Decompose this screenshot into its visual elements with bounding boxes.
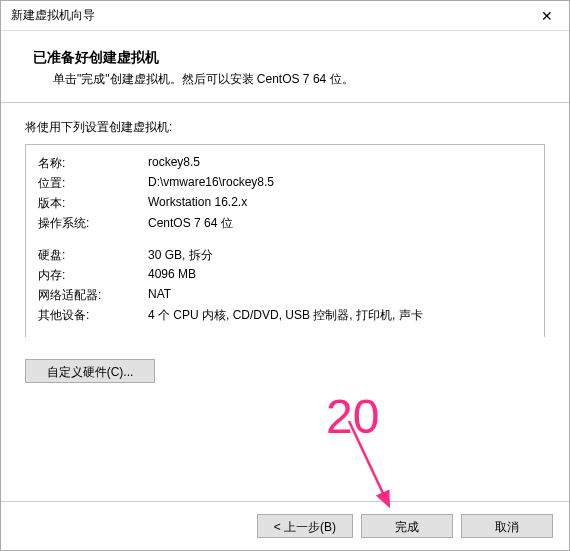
svg-line-1	[349, 421, 389, 506]
settings-summary: 名称: rockey8.5 位置: D:\vmware16\rockey8.5 …	[25, 144, 545, 337]
page-subtitle: 单击"完成"创建虚拟机。然后可以安装 CentOS 7 64 位。	[33, 71, 537, 88]
content-area: 将使用下列设置创建虚拟机: 名称: rockey8.5 位置: D:\vmwar…	[1, 103, 569, 399]
setting-val: NAT	[148, 287, 532, 304]
setting-row-version: 版本: Workstation 16.2.x	[38, 195, 532, 212]
titlebar: 新建虚拟机向导 ✕	[1, 1, 569, 31]
setting-row-os: 操作系统: CentOS 7 64 位	[38, 215, 532, 232]
setting-row-other: 其他设备: 4 个 CPU 内核, CD/DVD, USB 控制器, 打印机, …	[38, 307, 532, 324]
setting-key: 网络适配器:	[38, 287, 148, 304]
page-title: 已准备好创建虚拟机	[33, 49, 537, 67]
setting-val: rockey8.5	[148, 155, 532, 172]
wizard-footer: < 上一步(B) 完成 取消	[1, 501, 569, 550]
setting-key: 内存:	[38, 267, 148, 284]
setting-row-location: 位置: D:\vmware16\rockey8.5	[38, 175, 532, 192]
finish-button[interactable]: 完成	[361, 514, 453, 538]
setting-val: CentOS 7 64 位	[148, 215, 532, 232]
setting-key: 操作系统:	[38, 215, 148, 232]
setting-val: Workstation 16.2.x	[148, 195, 532, 212]
setting-key: 硬盘:	[38, 247, 148, 264]
setting-val: 4 个 CPU 内核, CD/DVD, USB 控制器, 打印机, 声卡	[148, 307, 532, 324]
setting-key: 其他设备:	[38, 307, 148, 324]
settings-intro: 将使用下列设置创建虚拟机:	[25, 119, 545, 136]
cancel-button[interactable]: 取消	[461, 514, 553, 538]
customize-hardware-button[interactable]: 自定义硬件(C)...	[25, 359, 155, 383]
back-button[interactable]: < 上一步(B)	[257, 514, 353, 538]
setting-row-disk: 硬盘: 30 GB, 拆分	[38, 247, 532, 264]
setting-row-network: 网络适配器: NAT	[38, 287, 532, 304]
setting-row-memory: 内存: 4096 MB	[38, 267, 532, 284]
wizard-header: 已准备好创建虚拟机 单击"完成"创建虚拟机。然后可以安装 CentOS 7 64…	[1, 31, 569, 102]
setting-key: 版本:	[38, 195, 148, 212]
setting-val: 30 GB, 拆分	[148, 247, 532, 264]
close-icon[interactable]: ✕	[535, 8, 559, 24]
setting-val: 4096 MB	[148, 267, 532, 284]
setting-row-name: 名称: rockey8.5	[38, 155, 532, 172]
setting-key: 位置:	[38, 175, 148, 192]
window-title: 新建虚拟机向导	[11, 7, 95, 24]
setting-key: 名称:	[38, 155, 148, 172]
setting-val: D:\vmware16\rockey8.5	[148, 175, 532, 192]
